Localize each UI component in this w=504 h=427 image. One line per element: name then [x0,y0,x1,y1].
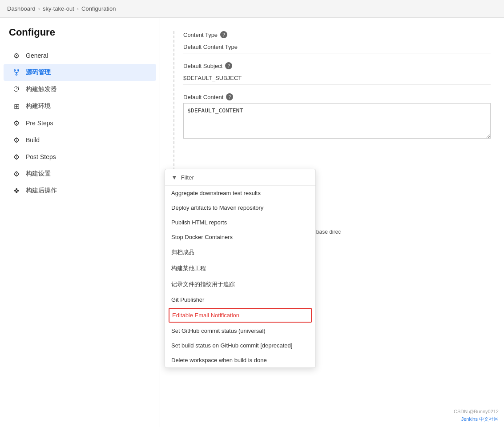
default-subject-label: Default Subject ? [183,62,491,69]
default-subject-input[interactable] [183,72,491,84]
attribution: CSDN @Bunny0212 Jenkins 中文社区 [454,408,499,423]
default-subject-field: Default Subject ? [183,62,491,84]
sidebar-item-general[interactable]: ⚙ General [4,47,156,64]
main-content: Content Type ? Default Subject ? Default… [160,18,504,427]
content-type-help-icon[interactable]: ? [220,31,227,38]
sidebar-item-label: 源码管理 [26,68,51,76]
breadcrumb: Dashboard › sky-take-out › Configuration [0,0,504,18]
sidebar-item-label: 构建触发器 [26,85,57,93]
post-steps-icon: ⚙ [12,153,20,161]
settings-icon: ⚙ [12,170,20,178]
default-content-help-icon[interactable]: ? [226,93,233,100]
env-icon: ⊞ [12,102,20,110]
sidebar-item-pre-steps[interactable]: ⚙ Pre Steps [4,115,156,132]
dropdown-item-1[interactable]: Deploy artifacts to Maven repository [165,200,315,215]
dropdown-item-editable-email[interactable]: Editable Email Notification [169,308,312,323]
dropdown-menu: ▼ Filter Aggregate downstream test resul… [165,169,316,368]
content-type-field: Content Type ? [183,31,491,53]
dropdown-filter: ▼ Filter [165,169,315,186]
post-build-icon: ❖ [12,187,20,195]
default-content-field: Default Content ? $DEFAULT_CONTENT [183,93,491,140]
sidebar-item-build-trigger[interactable]: ⏱ 构建触发器 [4,81,156,98]
dropdown-item-0[interactable]: Aggregate downstream test results [165,186,315,200]
sidebar-item-label: General [26,52,48,59]
dropdown-item-3[interactable]: Stop Docker Containers [165,230,315,244]
sidebar: Configure ⚙ General 源码管理 ⏱ 构建触发器 ⊞ 构建环境 … [0,18,160,427]
breadcrumb-dashboard[interactable]: Dashboard [7,5,36,12]
sidebar-item-source-code[interactable]: 源码管理 [4,64,156,81]
attribution-line1: CSDN @Bunny0212 [454,408,499,415]
dropdown-item-5[interactable]: 构建某他工程 [165,260,315,276]
sidebar-item-build-env[interactable]: ⊞ 构建环境 [4,98,156,115]
dropdown-item-2[interactable]: Publish HTML reports [165,215,315,230]
pre-steps-icon: ⚙ [12,119,20,127]
dropdown-item-10[interactable]: Delete workspace when build is done [165,353,315,367]
default-content-textarea[interactable]: $DEFAULT_CONTENT [183,103,491,139]
content-type-input[interactable] [183,41,491,53]
sidebar-item-label: Post Steps [26,153,56,160]
sidebar-item-label: Pre Steps [26,120,53,127]
trigger-icon: ⏱ [12,85,20,93]
sidebar-item-label: 构建设置 [26,170,51,178]
gear-icon: ⚙ [12,52,20,60]
dropdown-item-4[interactable]: 归档成品 [165,244,315,260]
build-icon: ⚙ [12,136,20,144]
dropdown-item-7[interactable]: Git Publisher [165,292,315,307]
default-content-label: Default Content ? [183,93,491,100]
dropdown-item-6[interactable]: 记录文件的指纹用于追踪 [165,276,315,292]
sidebar-item-label: Build [26,136,40,144]
breadcrumb-config: Configuration [81,5,116,12]
sidebar-item-label: 构建环境 [26,102,51,110]
sidebar-title: Configure [0,27,160,47]
breadcrumb-project[interactable]: sky-take-out [43,5,74,12]
sidebar-item-post-steps[interactable]: ⚙ Post Steps [4,148,156,165]
dropdown-item-9[interactable]: Set build status on GitHub commit [depre… [165,338,315,353]
dropdown-item-8[interactable]: Set GitHub commit status (universal) [165,323,315,338]
sidebar-item-label: 构建后操作 [26,187,57,195]
sidebar-item-build[interactable]: ⚙ Build [4,132,156,148]
fork-icon [12,68,20,76]
content-type-label: Content Type ? [183,31,491,38]
sidebar-item-build-settings[interactable]: ⚙ 构建设置 [4,165,156,182]
default-subject-help-icon[interactable]: ? [225,62,232,69]
filter-icon: ▼ [171,174,177,181]
sidebar-item-post-build[interactable]: ❖ 构建后操作 [4,182,156,199]
attribution-link[interactable]: Jenkins 中文社区 [461,416,499,422]
attribution-line2: Jenkins 中文社区 [454,415,499,423]
